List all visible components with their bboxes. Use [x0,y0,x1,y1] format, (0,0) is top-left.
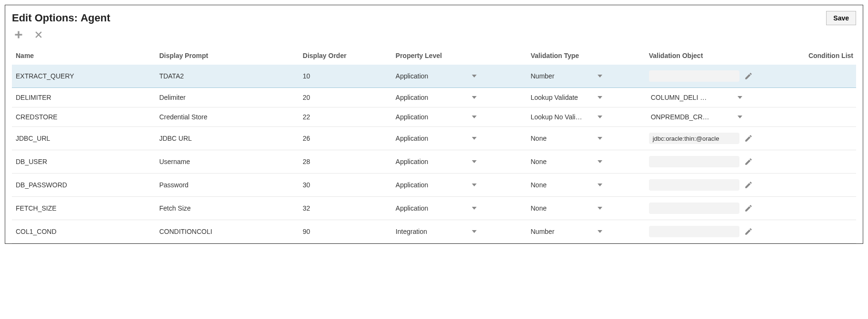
cell-validation-type: Number [527,220,645,243]
cell-name[interactable]: FETCH_SIZE [12,197,155,220]
cell-validation-object [645,220,788,243]
col-header-name[interactable]: Name [12,48,155,65]
property-level-value: Application [396,72,429,80]
add-icon[interactable] [14,30,23,39]
cell-validation-object: COLUMN_DELI … [645,88,788,107]
cell-validation-type: None [527,174,645,197]
validation-type-value: Lookup No Vali… [531,113,582,121]
validation-type-dropdown[interactable]: Number [531,228,602,235]
cell-name[interactable]: DELIMITER [12,88,155,107]
validation-type-value: None [531,158,547,165]
property-level-dropdown[interactable]: Application [396,113,477,121]
cell-name[interactable]: EXTRACT_QUERY [12,65,155,88]
property-level-dropdown[interactable]: Integration [396,228,477,235]
cell-validation-object [645,197,788,220]
chevron-down-icon [598,207,602,210]
validation-type-dropdown[interactable]: Lookup Validate [531,94,602,101]
property-level-dropdown[interactable]: Application [396,204,477,212]
chevron-down-icon [472,116,477,118]
validation-type-dropdown[interactable]: None [531,135,602,142]
validation-object-value: COLUMN_DELI … [651,94,707,101]
col-header-property-level[interactable]: Property Level [392,48,527,65]
cell-display-order[interactable]: 90 [299,220,392,243]
cell-display-order[interactable]: 26 [299,127,392,150]
title-prefix: Edit Options: [12,12,80,24]
cell-name[interactable]: DB_PASSWORD [12,174,155,197]
validation-object-field[interactable]: jdbc:oracle:thin:@oracle [649,133,739,144]
chevron-down-icon [598,230,602,233]
validation-object-dropdown[interactable]: ONPREMDB_CR… [649,113,744,121]
pencil-icon[interactable] [744,134,753,143]
validation-type-dropdown[interactable]: None [531,158,602,165]
table-row[interactable]: COL1_CONDCONDITIONCOLI90IntegrationNumbe… [12,220,856,243]
property-level-dropdown[interactable]: Application [396,94,477,101]
col-header-validation-object[interactable]: Validation Object [645,48,788,65]
col-header-validation-type[interactable]: Validation Type [527,48,645,65]
validation-type-value: Number [531,228,555,235]
validation-object-field[interactable] [649,203,739,214]
cell-display-prompt[interactable]: TDATA2 [155,65,299,88]
options-table: Name Display Prompt Display Order Proper… [12,48,856,243]
cell-display-prompt[interactable]: JDBC URL [155,127,299,150]
pencil-icon[interactable] [744,227,753,236]
table-row[interactable]: DB_PASSWORDPassword30ApplicationNone [12,174,856,197]
col-header-display-order[interactable]: Display Order [299,48,392,65]
cell-validation-object [645,174,788,197]
validation-object-dropdown[interactable]: COLUMN_DELI … [649,94,744,101]
edit-options-panel: Edit Options: Agent Save Name Display Pr… [5,5,863,244]
validation-type-dropdown[interactable]: Number [531,72,602,80]
cell-display-order[interactable]: 32 [299,197,392,220]
cell-display-prompt[interactable]: Password [155,174,299,197]
pencil-icon[interactable] [744,181,753,189]
delete-icon[interactable] [34,30,43,39]
cell-condition-list [788,127,856,150]
cell-display-order[interactable]: 10 [299,65,392,88]
cell-display-prompt[interactable]: Delimiter [155,88,299,107]
cell-condition-list [788,88,856,107]
chevron-down-icon [598,160,602,163]
cell-validation-type: None [527,127,645,150]
pencil-icon[interactable] [744,72,753,80]
col-header-display-prompt[interactable]: Display Prompt [155,48,299,65]
table-row[interactable]: JDBC_URLJDBC URL26ApplicationNonejdbc:or… [12,127,856,150]
cell-display-prompt[interactable]: CONDITIONCOLI [155,220,299,243]
validation-type-value: None [531,135,547,142]
cell-display-prompt[interactable]: Username [155,150,299,174]
cell-display-prompt[interactable]: Fetch Size [155,197,299,220]
property-level-value: Application [396,135,429,142]
validation-type-dropdown[interactable]: None [531,181,602,189]
cell-name[interactable]: CREDSTORE [12,107,155,127]
cell-display-order[interactable]: 20 [299,88,392,107]
cell-name[interactable]: DB_USER [12,150,155,174]
table-row[interactable]: EXTRACT_QUERYTDATA210ApplicationNumber [12,65,856,88]
table-row[interactable]: CREDSTORECredential Store22ApplicationLo… [12,107,856,127]
property-level-dropdown[interactable]: Application [396,135,477,142]
property-level-dropdown[interactable]: Application [396,181,477,189]
save-button[interactable]: Save [826,11,856,25]
col-header-condition-list[interactable]: Condition List [788,48,856,65]
cell-name[interactable]: JDBC_URL [12,127,155,150]
table-row[interactable]: DELIMITERDelimiter20ApplicationLookup Va… [12,88,856,107]
chevron-down-icon [472,75,477,77]
property-level-dropdown[interactable]: Application [396,72,477,80]
cell-property-level: Application [392,65,527,88]
validation-type-dropdown[interactable]: Lookup No Vali… [531,113,602,121]
chevron-down-icon [472,160,477,163]
chevron-down-icon [472,96,477,99]
property-level-dropdown[interactable]: Application [396,158,477,165]
cell-display-order[interactable]: 22 [299,107,392,127]
pencil-icon[interactable] [744,204,753,213]
table-row[interactable]: FETCH_SIZEFetch Size32ApplicationNone [12,197,856,220]
validation-object-field[interactable] [649,70,739,82]
pencil-icon[interactable] [744,157,753,166]
validation-object-field[interactable] [649,226,739,237]
validation-object-field[interactable] [649,179,739,191]
cell-display-prompt[interactable]: Credential Store [155,107,299,127]
chevron-down-icon [598,75,602,77]
cell-name[interactable]: COL1_COND [12,220,155,243]
cell-display-order[interactable]: 28 [299,150,392,174]
table-row[interactable]: DB_USERUsername28ApplicationNone [12,150,856,174]
validation-object-field[interactable] [649,156,739,167]
validation-type-dropdown[interactable]: None [531,204,602,212]
cell-display-order[interactable]: 30 [299,174,392,197]
